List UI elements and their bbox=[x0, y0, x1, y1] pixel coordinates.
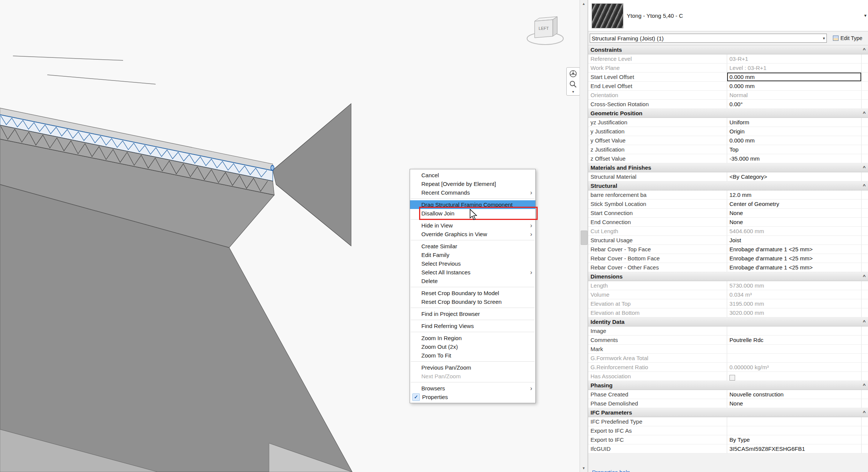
property-value-structural-usage[interactable]: Joist bbox=[727, 236, 862, 245]
navbar-chevron-down-icon[interactable]: ▾ bbox=[572, 90, 574, 94]
menu-item-properties[interactable]: ✓Properties bbox=[410, 393, 535, 401]
property-value-has-association[interactable] bbox=[727, 372, 862, 381]
scrollbar-down-icon[interactable]: ▼ bbox=[580, 464, 587, 472]
property-row-elevation-at-bottom: Elevation at Bottom3020.000 mm bbox=[588, 308, 868, 317]
property-value-structural-material[interactable]: <By Category> bbox=[727, 172, 862, 181]
collapse-chevron-icon[interactable]: ^ bbox=[860, 410, 868, 415]
menu-item-select-all-instances[interactable]: Select All Instances› bbox=[410, 268, 535, 277]
property-value-volume[interactable]: 0.034 m³ bbox=[727, 290, 862, 299]
viewcube[interactable]: LEFT bbox=[520, 11, 570, 60]
property-value-orientation[interactable]: Normal bbox=[727, 91, 862, 99]
menu-item-hide-in-view[interactable]: Hide in View› bbox=[410, 221, 535, 230]
property-value-rebar-cover-bottom-face[interactable]: Enrobage d'armature 1 <25 mm> bbox=[727, 254, 862, 263]
collapse-chevron-icon[interactable]: ^ bbox=[860, 110, 868, 116]
property-value-phase-demolished[interactable]: None bbox=[727, 399, 862, 408]
viewport-scrollbar[interactable]: ▲ ▼ bbox=[580, 0, 588, 472]
viewcube-side-face[interactable] bbox=[553, 17, 557, 36]
menu-item-zoom-out-2x[interactable]: Zoom Out (2x) bbox=[410, 342, 535, 351]
property-value-cut-length[interactable]: 5404.600 mm bbox=[727, 227, 862, 235]
joist-drag-handle[interactable] bbox=[271, 166, 274, 170]
property-value-y-justification[interactable]: Origin bbox=[727, 127, 862, 136]
property-value-start-level-offset[interactable]: 0.000 mm bbox=[727, 73, 862, 81]
menu-item-override-graphics-in-view[interactable]: Override Graphics in View› bbox=[410, 230, 535, 238]
property-value-end-connection[interactable]: None bbox=[727, 218, 862, 226]
collapse-chevron-icon[interactable]: ^ bbox=[860, 47, 868, 53]
collapse-chevron-icon[interactable]: ^ bbox=[860, 165, 868, 170]
menu-item-reset-crop-boundary-to-model[interactable]: Reset Crop Boundary to Model bbox=[410, 289, 535, 297]
menu-item-edit-family[interactable]: Edit Family bbox=[410, 251, 535, 259]
property-group-dimensions[interactable]: Dimensions^ bbox=[588, 272, 868, 281]
menu-item-recent-commands[interactable]: Recent Commands› bbox=[410, 188, 535, 197]
menu-item-next-pan-zoom[interactable]: Next Pan/Zoom bbox=[410, 372, 535, 381]
menu-item-drag-structural-framing-component[interactable]: Drag Structural Framing Component bbox=[410, 200, 535, 209]
menu-item-find-referring-views[interactable]: Find Referring Views bbox=[410, 322, 535, 330]
menu-item-browsers[interactable]: Browsers› bbox=[410, 384, 535, 393]
scrollbar-up-icon[interactable]: ▲ bbox=[580, 0, 587, 8]
collapse-chevron-icon[interactable]: ^ bbox=[860, 274, 868, 279]
property-group-phasing[interactable]: Phasing^ bbox=[588, 381, 868, 390]
menu-item-previous-pan-zoom[interactable]: Previous Pan/Zoom bbox=[410, 363, 535, 372]
property-value-ifcguid[interactable]: 3I5CASmI59Z8FXESHG6FB1 bbox=[727, 444, 862, 453]
property-value-image[interactable] bbox=[727, 327, 862, 335]
property-row-start-connection: Start ConnectionNone bbox=[588, 209, 868, 218]
property-group-ifc-parameters[interactable]: IFC Parameters^ bbox=[588, 408, 868, 417]
menu-item-select-previous[interactable]: Select Previous bbox=[410, 259, 535, 268]
property-value-length[interactable]: 5730.000 mm bbox=[727, 281, 862, 290]
property-value-z-justification[interactable]: Top bbox=[727, 145, 862, 154]
properties-help-link[interactable]: Properties help bbox=[592, 469, 630, 472]
menu-item-delete[interactable]: Delete bbox=[410, 277, 535, 285]
property-value-yz-justification[interactable]: Uniform bbox=[727, 118, 862, 127]
3d-viewport[interactable]: LEFT ▾ CancelRe bbox=[0, 0, 580, 472]
collapse-chevron-icon[interactable]: ^ bbox=[860, 382, 868, 388]
menu-item-zoom-in-region[interactable]: Zoom In Region bbox=[410, 334, 535, 342]
property-value-cross-section-rotation[interactable]: 0.00° bbox=[727, 100, 862, 108]
checkbox[interactable] bbox=[729, 375, 735, 381]
menu-separator bbox=[411, 219, 535, 220]
property-value-g-reinforcement-ratio[interactable]: 0.000000 kg/m³ bbox=[727, 363, 862, 371]
menu-item-repeat-override-by-element[interactable]: Repeat [Override by Element] bbox=[410, 180, 535, 188]
property-value-y-offset-value[interactable]: 0.000 mm bbox=[727, 136, 862, 145]
collapse-chevron-icon[interactable]: ^ bbox=[860, 183, 868, 189]
menu-item-find-in-project-browser[interactable]: Find in Project Browser bbox=[410, 310, 535, 318]
property-value-reference-level[interactable]: 03-R+1 bbox=[727, 54, 862, 63]
property-group-geometric-position[interactable]: Geometric Position^ bbox=[588, 109, 868, 118]
property-group-materials-and-finishes[interactable]: Materials and Finishes^ bbox=[588, 163, 868, 172]
property-value-rebar-cover-other-faces[interactable]: Enrobage d'armature 1 <25 mm> bbox=[727, 263, 862, 272]
menu-item-reset-crop-boundary-to-screen[interactable]: Reset Crop Boundary to Screen bbox=[410, 297, 535, 306]
property-value-start-connection[interactable]: None bbox=[727, 209, 862, 217]
steering-wheel-button[interactable] bbox=[568, 68, 578, 79]
zoom-button[interactable] bbox=[568, 79, 578, 90]
menu-item-zoom-to-fit[interactable]: Zoom To Fit bbox=[410, 351, 535, 360]
menu-item-create-similar[interactable]: Create Similar bbox=[410, 242, 535, 251]
property-value-z-offset-value[interactable]: -35.000 mm bbox=[727, 154, 862, 163]
property-value-rebar-cover-top-face[interactable]: Enrobage d'armature 1 <25 mm> bbox=[727, 245, 862, 254]
property-row-g-formwork-area-total: G.Formwork Area Total bbox=[588, 354, 868, 363]
property-value-work-plane[interactable]: Level : 03-R+1 bbox=[727, 63, 862, 72]
type-thumbnail bbox=[592, 3, 623, 28]
selection-dropdown[interactable]: Structural Framing (Joist) (1) ▾ bbox=[590, 34, 827, 43]
property-value-elevation-at-bottom[interactable]: 3020.000 mm bbox=[727, 308, 862, 317]
property-value-g-formwork-area-total[interactable] bbox=[727, 354, 862, 362]
property-value-elevation-at-top[interactable]: 3195.000 mm bbox=[727, 299, 862, 308]
property-value-comments[interactable]: Poutrelle Rdc bbox=[727, 336, 862, 344]
property-value-export-to-ifc[interactable]: By Type bbox=[727, 435, 862, 444]
menu-item-disallow-join[interactable]: Disallow Join bbox=[410, 209, 535, 218]
property-value-phase-created[interactable]: Nouvelle construction bbox=[727, 390, 862, 399]
type-dropdown-arrow-icon[interactable]: ▾ bbox=[864, 13, 866, 18]
property-group-structural[interactable]: Structural^ bbox=[588, 181, 868, 190]
menu-separator bbox=[411, 198, 535, 199]
property-value-mark[interactable] bbox=[727, 345, 862, 353]
property-value-export-to-ifc-as[interactable] bbox=[727, 426, 862, 435]
property-value-end-level-offset[interactable]: 0.000 mm bbox=[727, 82, 862, 90]
scrollbar-thumb[interactable] bbox=[581, 231, 587, 245]
property-value-barre-renforcement-ba[interactable]: 12.0 mm bbox=[727, 190, 862, 199]
menu-separator bbox=[411, 361, 535, 362]
collapse-chevron-icon[interactable]: ^ bbox=[860, 319, 868, 325]
edit-type-button[interactable]: Edit Type bbox=[831, 34, 864, 42]
property-group-constraints[interactable]: Constraints^ bbox=[588, 45, 868, 54]
menu-item-cancel[interactable]: Cancel bbox=[410, 171, 535, 180]
property-value-ifc-predefined-type[interactable] bbox=[727, 417, 862, 426]
type-selector[interactable]: Ytong - Ytong 5,40 - C ▾ bbox=[588, 0, 868, 31]
property-value-stick-symbol-location[interactable]: Center of Geometry bbox=[727, 200, 862, 208]
property-group-identity-data[interactable]: Identity Data^ bbox=[588, 317, 868, 327]
